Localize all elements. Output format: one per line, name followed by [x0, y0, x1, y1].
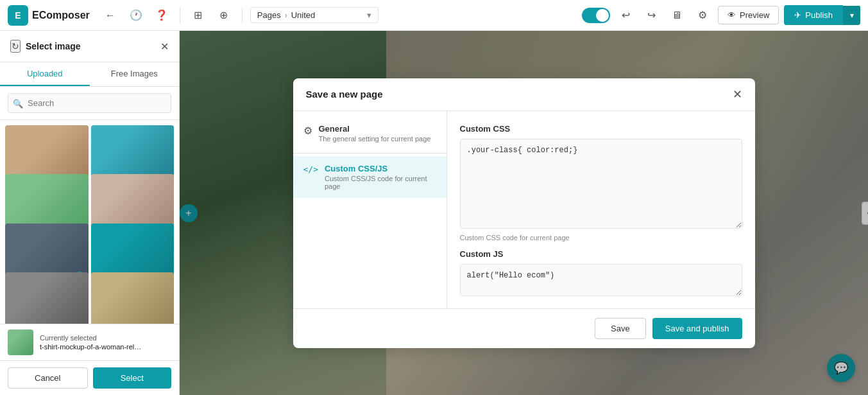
save-page-modal: Save a new page ✕ ⚙ General The general …: [293, 78, 755, 348]
modal-header: Save a new page ✕: [293, 78, 755, 111]
modal-body: ⚙ General The general setting for curren…: [293, 111, 755, 308]
publish-button[interactable]: ✈ Publish: [784, 5, 843, 25]
grid-button[interactable]: ⊞: [188, 5, 208, 26]
save-and-publish-button[interactable]: Save and publish: [652, 318, 742, 339]
save-button[interactable]: Save: [595, 318, 646, 339]
sidebar-refresh-button[interactable]: ↻: [10, 40, 21, 53]
canvas-area: + ‹ 💬 Save a new page ✕ ⚙ General The ge…: [180, 31, 868, 395]
modal-title: Save a new page: [306, 89, 383, 100]
undo-button[interactable]: ↩: [615, 5, 636, 26]
modal-sidebar-item-general[interactable]: ⚙ General The general setting for curren…: [293, 116, 447, 150]
sidebar-actions: Cancel Select: [0, 360, 179, 395]
modal-close-button[interactable]: ✕: [733, 87, 742, 101]
sidebar-header: ↻ Select image ✕: [0, 31, 179, 62]
selected-image-info: Currently selected t-shirt-mockup-of-a-w…: [0, 324, 179, 360]
currently-selected-label: Currently selected: [40, 334, 142, 342]
divider-2: [242, 8, 243, 23]
topbar-right: ↩ ↪ 🖥 ⚙ 👁 Preview ✈ Publish ▾: [582, 5, 860, 26]
selected-text-info: Currently selected t-shirt-mockup-of-a-w…: [40, 334, 142, 351]
sidebar: ↻ Select image ✕ Uploaded Free Images 🔍: [0, 31, 180, 395]
breadcrumb-current: United: [291, 10, 316, 20]
selected-filename: t-shirt-mockup-of-a-woman-relax...: [40, 343, 142, 351]
custom-css-textarea[interactable]: .your-class{ color:red;}: [460, 139, 742, 229]
modal-sidebar-item-general-text: General The general setting for current …: [319, 124, 431, 143]
preview-button[interactable]: 👁 Preview: [718, 6, 779, 24]
modal-sidebar: ⚙ General The general setting for curren…: [293, 111, 447, 308]
modal-sidebar-item-cssjs-text: Custom CSS/JS Custom CSS/JS code for cur…: [325, 164, 436, 190]
custom-js-textarea[interactable]: alert("Hello ecom"): [460, 264, 742, 296]
image-item[interactable]: [91, 272, 174, 324]
publish-label: Publish: [805, 10, 833, 20]
css-hint: Custom CSS code for current page: [460, 234, 742, 241]
sidebar-tabs: Uploaded Free Images: [0, 62, 179, 87]
add-element-button[interactable]: ⊕: [214, 5, 234, 26]
sidebar-title-text: Select image: [26, 41, 81, 51]
publish-icon: ✈: [794, 10, 801, 20]
cancel-button[interactable]: Cancel: [8, 367, 88, 389]
sidebar-search-area: 🔍: [0, 87, 179, 120]
modal-content: Custom CSS .your-class{ color:red;} Cust…: [447, 111, 755, 308]
history-button[interactable]: 🕐: [126, 5, 146, 26]
cssjs-desc: Custom CSS/JS code for current page: [325, 175, 436, 190]
js-section-title: Custom JS: [460, 249, 742, 259]
back-button[interactable]: ←: [100, 5, 121, 26]
logo-icon: E: [8, 5, 28, 26]
general-title: General: [319, 124, 431, 134]
gear-icon: ⚙: [303, 125, 312, 137]
sidebar-title-area: ↻ Select image: [10, 40, 81, 53]
app-logo: E EComposer: [8, 5, 90, 26]
divider-1: [180, 8, 180, 23]
toggle-switch[interactable]: [582, 8, 610, 23]
sidebar-close-button[interactable]: ✕: [160, 40, 169, 53]
select-button[interactable]: Select: [93, 367, 172, 389]
modal-sidebar-divider: [293, 153, 447, 154]
selected-thumbnail: [8, 329, 33, 355]
css-section-title: Custom CSS: [460, 124, 742, 134]
preview-label: Preview: [740, 10, 769, 20]
cssjs-title: Custom CSS/JS: [325, 164, 436, 173]
main-area: ↻ Select image ✕ Uploaded Free Images 🔍: [0, 31, 868, 395]
search-icon: 🔍: [13, 98, 23, 108]
settings-button[interactable]: ⚙: [692, 5, 713, 26]
modal-overlay: Save a new page ✕ ⚙ General The general …: [180, 31, 868, 395]
topbar: E EComposer ← 🕐 ❓ ⊞ ⊕ Pages › United ▾ ↩…: [0, 0, 868, 31]
search-wrap: 🔍: [8, 93, 171, 113]
general-desc: The general setting for current page: [319, 135, 431, 143]
code-icon: </>: [303, 164, 318, 174]
redo-button[interactable]: ↪: [641, 5, 661, 26]
breadcrumb-separator: ›: [285, 11, 287, 20]
tab-uploaded[interactable]: Uploaded: [0, 62, 90, 86]
app-name: EComposer: [32, 10, 90, 21]
tab-free-images[interactable]: Free Images: [90, 62, 180, 86]
pages-breadcrumb[interactable]: Pages › United ▾: [250, 7, 379, 23]
chevron-down-icon: ▾: [367, 10, 371, 20]
modal-sidebar-item-custom-cssjs[interactable]: </> Custom CSS/JS Custom CSS/JS code for…: [293, 156, 447, 198]
publish-button-group: ✈ Publish ▾: [784, 5, 860, 25]
image-item[interactable]: [5, 272, 89, 324]
help-button[interactable]: ❓: [151, 5, 172, 26]
preview-icon: 👁: [728, 10, 736, 20]
publish-caret-button[interactable]: ▾: [843, 6, 860, 25]
search-input[interactable]: [8, 93, 171, 113]
desktop-view-button[interactable]: 🖥: [667, 5, 687, 26]
breadcrumb-pages: Pages: [257, 10, 281, 20]
modal-footer: Save Save and publish: [293, 308, 755, 348]
image-grid: [0, 120, 179, 324]
